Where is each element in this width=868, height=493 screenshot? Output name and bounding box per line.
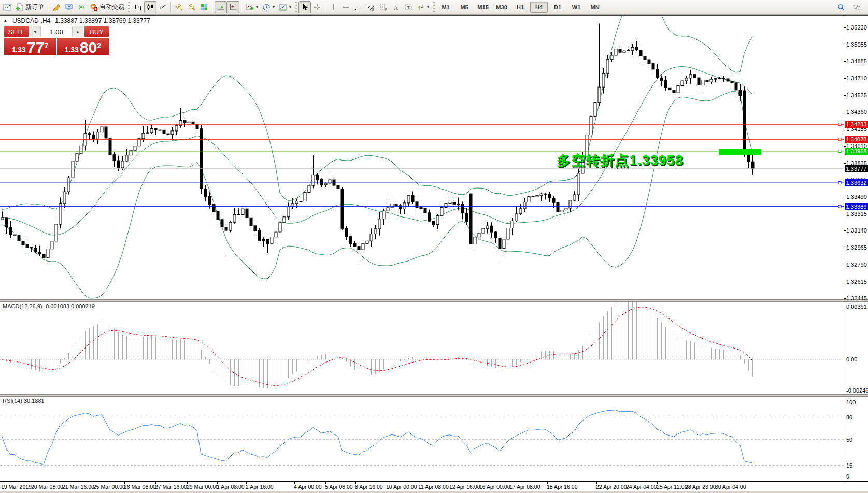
timeframe-d1[interactable]: D1 [549, 2, 566, 13]
dropdown-caret-icon[interactable]: ▾ [273, 5, 275, 9]
rsi-axis-label: 0 [846, 473, 868, 480]
window-menu-icon[interactable] [1, 1, 13, 13]
styler-button[interactable] [50, 1, 63, 13]
new-order-button[interactable]: 新订单 [13, 1, 46, 13]
dropdown-caret-icon[interactable]: ▾ [289, 5, 291, 9]
toolbar-separator [212, 2, 213, 12]
axis-tick [844, 197, 846, 197]
buy-price[interactable]: 1.33 80 2 [57, 38, 109, 55]
labelT-icon: T [404, 3, 412, 11]
arrows-button[interactable]: ▾ [415, 1, 431, 13]
time-axis-tick [387, 482, 387, 484]
rsi-pane-canvas[interactable] [0, 397, 844, 481]
timeframe-mn[interactable]: MN [586, 2, 604, 13]
time-axis-label: 11 Apr 08:00 [418, 484, 449, 490]
timeframe-h4[interactable]: H4 [530, 2, 548, 13]
axis-tick [844, 163, 846, 164]
fibonacci-button[interactable]: F [377, 1, 390, 13]
horizontal-line-button[interactable] [340, 1, 352, 13]
buy-price-pipette: 2 [97, 38, 101, 53]
candle-chart-button[interactable] [144, 1, 156, 13]
vertical-line-button[interactable] [328, 1, 340, 13]
toolbar-right-group [835, 1, 867, 13]
tile-windows-button[interactable] [198, 1, 210, 13]
macd-axis-label: -0.002465 [846, 387, 868, 394]
toolbar-grip [295, 2, 297, 12]
time-axis-label: 12 Apr 16:00 [449, 484, 480, 490]
time-axis-label: 18 Apr 16:00 [547, 484, 578, 490]
timeframe-m30[interactable]: M30 [493, 2, 510, 13]
bar-chart-button[interactable] [132, 1, 144, 13]
axis-tick [844, 230, 846, 231]
time-axis-tick [419, 482, 419, 484]
main-chart-canvas[interactable] [0, 16, 844, 299]
dropdown-caret-icon[interactable]: ▾ [256, 5, 258, 9]
chat-icon [852, 3, 861, 11]
sell-price[interactable]: 1.33 77 7 [4, 38, 56, 55]
zoomout-icon [188, 3, 196, 11]
axis-tick [844, 265, 846, 265]
signals-button[interactable] [75, 1, 88, 13]
time-axis-tick [450, 482, 450, 484]
axis-tick-label: 1.35055 [846, 41, 868, 48]
axis-tick [844, 112, 846, 112]
chart-shift-button[interactable] [227, 1, 239, 13]
timeframe-m5[interactable]: M5 [456, 2, 473, 13]
vline-icon [330, 3, 338, 11]
time-axis-label: 5 Apr 08:00 [325, 484, 353, 490]
axis-tick [844, 45, 846, 45]
axis-tick-label: 1.32445 [846, 295, 868, 301]
line-chart-button[interactable] [156, 1, 169, 13]
sell-button[interactable]: SELL [4, 26, 29, 37]
signals-icon [77, 3, 86, 11]
collapse-panel-icon[interactable]: ▲ [3, 18, 8, 23]
time-axis-label: 1 Apr 08:00 [217, 484, 245, 490]
axis-tick [844, 27, 846, 28]
time-axis-tick [63, 482, 63, 484]
time-axis-tick [657, 482, 658, 484]
dropdown-caret-icon[interactable]: ▾ [427, 5, 429, 9]
time-axis-label: 2 Apr 16:00 [246, 484, 274, 490]
timeframe-m15[interactable]: M15 [474, 2, 492, 13]
highlight-rectangle[interactable] [719, 149, 761, 155]
fibo-icon: F [379, 3, 388, 11]
svg-text:T: T [407, 5, 410, 10]
axis-tick [844, 78, 846, 79]
time-axis[interactable]: 19 Mar 201920 Mar 08:0021 Mar 16:0025 Ma… [0, 481, 868, 491]
new-order-button-label: 新订单 [25, 3, 44, 11]
volume-increase-button[interactable]: ▲ [73, 26, 83, 37]
time-axis-tick [716, 482, 716, 484]
indicators-button[interactable]: ▾ [244, 1, 260, 13]
autotrade-icon [90, 3, 98, 11]
macd-pane-canvas[interactable] [0, 302, 844, 394]
zoom-in-button[interactable] [173, 1, 186, 13]
community-chat-button[interactable] [850, 1, 863, 13]
text-button[interactable]: A [390, 1, 402, 13]
zoom-out-button[interactable] [186, 1, 198, 13]
text-label-button[interactable]: T [402, 1, 415, 13]
templates-button[interactable]: ▾ [277, 1, 293, 13]
volume-input[interactable]: 1.00 [40, 26, 73, 37]
volume-decrease-button[interactable]: ▼ [30, 26, 40, 37]
chart-annotation-text[interactable]: 多空转折点1.33958 [557, 151, 684, 170]
time-axis-label: 30 Apr 04:00 [715, 484, 746, 490]
axis-tick-label: 1.32615 [846, 279, 868, 285]
rsi-axis-label: 100 [846, 399, 868, 405]
search-button[interactable] [835, 1, 847, 13]
timeframe-h1[interactable]: H1 [511, 2, 529, 13]
svg-text:A: A [394, 4, 399, 11]
trendline-button[interactable] [352, 1, 365, 13]
buy-button[interactable]: BUY [84, 26, 109, 37]
channel-button[interactable]: E [365, 1, 377, 13]
autotrading-button[interactable]: 自动交易 [88, 1, 126, 13]
timeframe-w1[interactable]: W1 [567, 2, 585, 13]
cursor-button[interactable] [298, 1, 311, 13]
auto-scroll-button[interactable] [215, 1, 227, 13]
profiles-button[interactable] [63, 1, 75, 13]
time-axis-label: 4 Apr 00:00 [294, 484, 322, 490]
crosshair-button[interactable] [311, 1, 323, 13]
axis-tick-label: 1.34885 [846, 58, 868, 64]
timeframe-m1[interactable]: M1 [437, 2, 454, 13]
ohlc-values: 1.33887 1.33897 1.33769 1.33777 [55, 17, 150, 24]
periods-button[interactable]: ▾ [260, 1, 277, 13]
